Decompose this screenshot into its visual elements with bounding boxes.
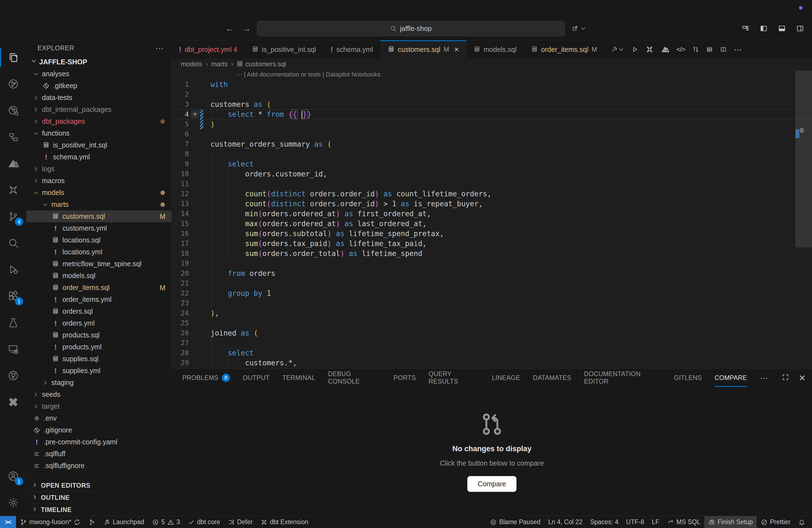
maximize-panel-button[interactable] bbox=[781, 373, 789, 382]
status-eol[interactable]: LF bbox=[648, 516, 663, 528]
breadcrumb-marts[interactable]: marts bbox=[211, 60, 228, 68]
split-editor-button[interactable] bbox=[720, 46, 727, 53]
tree-item-seeds[interactable]: seeds bbox=[27, 388, 172, 400]
tree-item-data-tests[interactable]: data-tests bbox=[27, 92, 172, 104]
code-line-3[interactable]: 3customers as ( bbox=[172, 99, 812, 109]
code-line-17[interactable]: 17 sum(orders.tax_paid) as lifetime_tax_… bbox=[172, 239, 812, 249]
tree-item-locations-sql[interactable]: locations.sql bbox=[27, 234, 172, 246]
tree-item-functions[interactable]: functions bbox=[27, 127, 172, 139]
code-line-25[interactable]: 25 bbox=[172, 318, 812, 328]
sqlfluff-lint-button[interactable] bbox=[661, 45, 669, 54]
share-export-button[interactable] bbox=[572, 25, 586, 32]
tree-item-locations-yml[interactable]: !locations.yml bbox=[27, 246, 172, 258]
breadcrumb-customers-sql[interactable]: customers.sql bbox=[236, 60, 286, 68]
code-line-11[interactable]: 11 bbox=[172, 179, 812, 189]
add-blame-button[interactable]: + bbox=[191, 111, 199, 118]
close-icon[interactable]: × bbox=[454, 45, 459, 54]
code-line-20[interactable]: 20 from orders bbox=[172, 268, 812, 278]
activity-dbt-power-user[interactable] bbox=[0, 177, 27, 203]
code-line-21[interactable]: 21 bbox=[172, 278, 812, 288]
tree-item-schema-yml[interactable]: !schema.yml bbox=[27, 151, 172, 163]
code-line-16[interactable]: 16 sum(orders.subtotal) as lifetime_spen… bbox=[172, 229, 812, 239]
git-compare-button[interactable] bbox=[692, 46, 699, 53]
scrollbar-thumb[interactable] bbox=[795, 71, 812, 247]
tab-customers-sql[interactable]: customers.sqlM× bbox=[381, 40, 466, 59]
tree-item-env[interactable]: .env bbox=[27, 412, 172, 424]
code-line-19[interactable]: 19 bbox=[172, 259, 812, 268]
activity-github[interactable] bbox=[0, 362, 27, 389]
code-line-14[interactable]: 14 min(orders.ordered_at) as first_order… bbox=[172, 209, 812, 219]
tree-item-gitignore[interactable]: .gitignore bbox=[27, 424, 172, 436]
overview-ruler[interactable] bbox=[795, 70, 812, 368]
activity-explorer[interactable] bbox=[0, 44, 27, 71]
section-timeline[interactable]: TIMELINE bbox=[27, 504, 172, 516]
toggle-secondary-sidebar-icon[interactable] bbox=[796, 24, 804, 33]
status-defer[interactable]: Defer bbox=[224, 516, 257, 528]
activity-extensions[interactable]: 1 bbox=[0, 283, 27, 309]
tree-item-metricflow-time-spine-sql[interactable]: metricflow_time_spine.sql bbox=[27, 258, 172, 270]
panel-tab-problems[interactable]: PROBLEMS8 bbox=[182, 369, 230, 387]
code-line-6[interactable]: 6 bbox=[172, 129, 812, 139]
compiled-code-button[interactable]: </> bbox=[677, 46, 685, 53]
tree-item-order-items-yml[interactable]: !order_items.yml bbox=[27, 294, 172, 305]
tree-item-dbt-packages[interactable]: dbt_packages bbox=[27, 115, 172, 127]
close-panel-button[interactable]: × bbox=[799, 372, 806, 383]
tree-item-products-sql[interactable]: products.sql bbox=[27, 329, 172, 341]
panel-tab-compare[interactable]: COMPARE bbox=[714, 369, 747, 387]
status-language-mode[interactable]: MS SQL bbox=[663, 516, 704, 528]
tree-item-order-items-sql[interactable]: order_items.sqlM bbox=[27, 282, 172, 294]
customize-layout-icon[interactable] bbox=[741, 24, 750, 33]
code-line-1[interactable]: 1with bbox=[172, 79, 812, 89]
dbt-power-user-action-button[interactable] bbox=[646, 45, 654, 54]
code-line-15[interactable]: 15 max(orders.ordered_at) as last_ordere… bbox=[172, 219, 812, 229]
tree-item-sqlfluff[interactable]: .sqlfluff bbox=[27, 448, 172, 460]
tree-item-pre-commit-config-yaml[interactable]: !.pre-commit-config.yaml bbox=[27, 436, 172, 448]
panel-tab-datamates[interactable]: DATAMATES bbox=[533, 369, 571, 387]
status-indentation[interactable]: Spaces: 4 bbox=[586, 516, 622, 528]
panel-tab-lineage[interactable]: LINEAGE bbox=[492, 369, 520, 387]
tab-is-positive-int-sql[interactable]: is_positive_int.sql bbox=[245, 40, 323, 59]
tree-item-staging[interactable]: staging bbox=[27, 377, 172, 388]
tree-item-dbt-internal-packages[interactable]: dbt_internal_packages bbox=[27, 104, 172, 115]
status-finish-setup[interactable]: Finish Setup bbox=[704, 516, 757, 528]
activity-dbt-extension[interactable] bbox=[0, 389, 27, 415]
tree-item-logs[interactable]: logs bbox=[27, 163, 172, 175]
panel-tab-query-results[interactable]: QUERY RESULTS bbox=[429, 369, 479, 387]
code-line-5[interactable]: 5) bbox=[172, 119, 812, 129]
code-line-23[interactable]: 23 bbox=[172, 298, 812, 308]
code-line-18[interactable]: 18 sum(orders.order_total) as lifetime_s… bbox=[172, 249, 812, 259]
toggle-panel-icon[interactable] bbox=[778, 24, 786, 33]
activity-run-and-debug[interactable] bbox=[0, 256, 27, 283]
code-line-22[interactable]: 22 group by 1 bbox=[172, 288, 812, 298]
breadcrumb-models[interactable]: models bbox=[181, 60, 202, 68]
codelens-links[interactable]: ⋯ | Add documentation or tests | Datapil… bbox=[172, 70, 812, 79]
activity-accounts[interactable]: 1 bbox=[0, 463, 27, 489]
code-line-10[interactable]: 10 orders.customer_id, bbox=[172, 169, 812, 179]
status-encoding[interactable]: UTF-8 bbox=[622, 516, 648, 528]
compare-button[interactable]: Compare bbox=[467, 476, 517, 492]
tab-models-sql[interactable]: models.sql bbox=[466, 40, 524, 59]
explorer-more-actions-button[interactable]: ⋯ bbox=[156, 43, 164, 53]
panel-tab-documentation-editor[interactable]: DOCUMENTATION EDITOR bbox=[584, 369, 661, 387]
status-problems-summary[interactable]: 53 bbox=[148, 516, 184, 528]
section-open-editors[interactable]: OPEN EDITORS bbox=[27, 480, 172, 492]
activity-dbt-lineage[interactable] bbox=[0, 71, 27, 97]
status-cursor-position[interactable]: Ln 4, Col 22 bbox=[545, 516, 586, 528]
tab-dbt-project-yml[interactable]: !dbt_project.yml 4 bbox=[172, 40, 245, 59]
query-results-button[interactable] bbox=[706, 46, 713, 53]
code-line-27[interactable]: 27 bbox=[172, 338, 812, 348]
panel-more-tabs-button[interactable]: ⋯ bbox=[760, 373, 769, 383]
tree-item-models-sql[interactable]: models.sql bbox=[27, 270, 172, 282]
code-line-26[interactable]: 26joined as ( bbox=[172, 328, 812, 338]
forward-button[interactable]: → bbox=[242, 24, 251, 34]
run-query-button[interactable] bbox=[632, 46, 638, 53]
activity-project-structure[interactable] bbox=[0, 124, 27, 150]
code-line-9[interactable]: 9 select bbox=[172, 159, 812, 169]
activity-dbt-docs[interactable] bbox=[0, 97, 27, 124]
tree-item-supplies-yml[interactable]: !supplies.yml bbox=[27, 365, 172, 377]
code-line-29[interactable]: 29 customers.*, bbox=[172, 358, 812, 368]
activity-settings[interactable] bbox=[0, 489, 27, 516]
tree-item-marts[interactable]: marts bbox=[27, 199, 172, 210]
tree-item-is-positive-int-sql[interactable]: is_positive_int.sql bbox=[27, 139, 172, 151]
code-line-4[interactable]: 4+ select * from {{ }} bbox=[172, 109, 812, 119]
